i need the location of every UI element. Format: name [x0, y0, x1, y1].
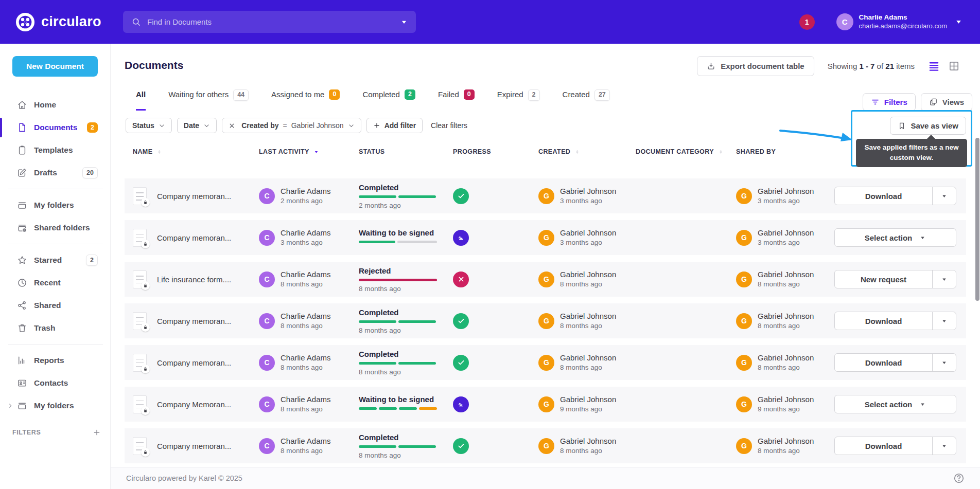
tab-assigned-to-me[interactable]: Assigned to me0: [271, 90, 340, 111]
new-document-button[interactable]: New Document: [12, 56, 98, 77]
action-button-new-request[interactable]: New request: [834, 270, 956, 288]
filter-chip-created-by[interactable]: Created by=Gabriel Johnson: [222, 118, 361, 133]
column-header-name[interactable]: NAME: [133, 148, 259, 155]
table-row[interactable]: Company memoran...CCharlie Adams3 months…: [125, 220, 966, 255]
search-scope-caret-icon[interactable]: [400, 19, 408, 26]
sidebar-item-starred[interactable]: Starred2: [0, 249, 110, 271]
document-name[interactable]: Company memoran...: [157, 442, 231, 450]
table-row[interactable]: Company memoran...CCharlie Adams8 months…: [125, 428, 966, 463]
document-name[interactable]: Company Memoran...: [157, 400, 231, 409]
save-as-view-button[interactable]: Save as view: [890, 117, 966, 135]
list-view-icon[interactable]: [928, 60, 940, 72]
global-search[interactable]: [123, 11, 416, 33]
help-icon[interactable]: [953, 473, 965, 484]
column-header-last-activity[interactable]: LAST ACTIVITY: [259, 148, 359, 155]
sidebar-item-my-folders[interactable]: My folders: [0, 394, 110, 417]
filter-chip-add-filter[interactable]: Add filter: [366, 118, 423, 133]
search-input[interactable]: [147, 17, 400, 26]
document-name[interactable]: Company memoran...: [157, 358, 231, 367]
tab-completed[interactable]: Completed2: [362, 90, 415, 111]
action-label[interactable]: New request: [835, 270, 932, 288]
table-row[interactable]: Company memoran...CCharlie Adams2 months…: [125, 178, 966, 213]
tab-all[interactable]: All: [136, 90, 146, 111]
created-cell: GGabriel Johnson3 months ago: [538, 186, 636, 206]
sidebar-item-home[interactable]: Home: [0, 94, 110, 116]
sidebar-item-my-folders[interactable]: My folders: [0, 194, 110, 216]
person-time: 9 months ago: [758, 405, 814, 414]
person-time: 3 months ago: [560, 238, 616, 247]
sidebar-item-recent[interactable]: Recent: [0, 271, 110, 294]
filter-chip-status[interactable]: Status: [126, 118, 172, 133]
lock-icon-badge: [141, 448, 150, 457]
action-button-select-action[interactable]: Select action: [834, 395, 956, 413]
lock-icon: [143, 366, 148, 372]
action-label: Select action: [865, 233, 913, 242]
filters-button[interactable]: Filters: [863, 93, 916, 111]
avatar: G: [736, 271, 752, 287]
column-label: CREATED: [538, 148, 570, 155]
document-name[interactable]: Company memoran...: [157, 233, 231, 242]
tab-created[interactable]: Created27: [563, 90, 610, 111]
clear-filters-button[interactable]: Clear filters: [431, 121, 467, 130]
action-label[interactable]: Download: [835, 354, 932, 371]
sidebar-item-reports[interactable]: Reports: [0, 349, 110, 372]
column-header-document-category[interactable]: DOCUMENT CATEGORY: [636, 148, 736, 155]
column-label: NAME: [133, 148, 152, 155]
export-document-table-button[interactable]: Export document table: [697, 56, 814, 76]
progress-segment: [359, 407, 377, 410]
sidebar-item-shared-folders[interactable]: Shared folders: [0, 216, 110, 239]
action-button-download[interactable]: Download: [834, 187, 956, 205]
document-name[interactable]: Life insurance form....: [157, 275, 231, 284]
sort-both-icon: [574, 149, 581, 155]
sidebar-item-templates[interactable]: Templates: [0, 139, 110, 161]
tab-failed[interactable]: Failed0: [438, 90, 475, 111]
tab-expired[interactable]: Expired2: [497, 90, 540, 111]
action-dropdown-toggle[interactable]: [932, 312, 956, 330]
table-row[interactable]: Company Memoran...CCharlie Adams8 months…: [125, 387, 966, 422]
brand[interactable]: circularo: [15, 12, 106, 32]
column-label: SHARED BY: [736, 148, 776, 155]
tab-waiting-for-others[interactable]: Waiting for others44: [168, 90, 249, 111]
sidebar-item-documents[interactable]: Documents2: [0, 116, 110, 139]
sidebar-item-label: Documents: [34, 123, 77, 132]
table-row[interactable]: Life insurance form....CCharlie Adams8 m…: [125, 262, 966, 297]
sidebar-item-contacts[interactable]: Contacts: [0, 372, 110, 394]
table-row[interactable]: Company memoran...CCharlie Adams8 months…: [125, 345, 966, 380]
avatar: G: [538, 396, 554, 412]
action-button-download[interactable]: Download: [834, 353, 956, 372]
action-dropdown-toggle[interactable]: [932, 354, 956, 371]
add-saved-filter-icon[interactable]: [93, 428, 101, 437]
column-header-created[interactable]: CREATED: [538, 148, 636, 155]
filter-value: Gabriel Johnson: [291, 121, 344, 130]
progress-cell: [453, 355, 538, 371]
action-button-download[interactable]: Download: [834, 312, 956, 330]
avatar: C: [259, 313, 275, 329]
action-label[interactable]: Download: [835, 187, 932, 205]
grid-view-icon[interactable]: [948, 60, 960, 72]
tab-label: Failed: [438, 90, 459, 99]
action-dropdown-toggle[interactable]: [932, 270, 956, 288]
lock-icon-badge: [141, 281, 150, 290]
table-row[interactable]: Company memoran...CCharlie Adams8 months…: [125, 303, 966, 338]
action-label[interactable]: Download: [835, 437, 932, 455]
sidebar-item-trash[interactable]: Trash: [0, 317, 110, 339]
action-label[interactable]: Download: [835, 312, 932, 330]
filter-chip-date[interactable]: Date: [177, 118, 217, 133]
action-button-select-action[interactable]: Select action: [834, 228, 956, 247]
status-time: 2 months ago: [359, 202, 439, 209]
action-button-download[interactable]: Download: [834, 437, 956, 455]
user-menu[interactable]: C Charlie Adams charlie.adams@circularo.…: [836, 13, 962, 30]
action-dropdown-toggle[interactable]: [932, 187, 956, 205]
document-name-cell: Life insurance form....: [133, 270, 259, 288]
sidebar-item-drafts[interactable]: Drafts20: [0, 161, 110, 184]
action-dropdown-toggle[interactable]: [932, 437, 956, 455]
views-button[interactable]: Views: [921, 93, 972, 111]
progress-segment: [359, 445, 396, 448]
person-name: Gabriel Johnson: [758, 186, 814, 196]
person-name: Charlie Adams: [281, 394, 331, 405]
vertical-scrollbar[interactable]: [975, 138, 979, 301]
document-name[interactable]: Company memoran...: [157, 192, 231, 201]
notifications-badge[interactable]: 1: [799, 14, 815, 30]
sidebar-item-shared[interactable]: Shared: [0, 294, 110, 317]
document-name[interactable]: Company memoran...: [157, 317, 231, 325]
